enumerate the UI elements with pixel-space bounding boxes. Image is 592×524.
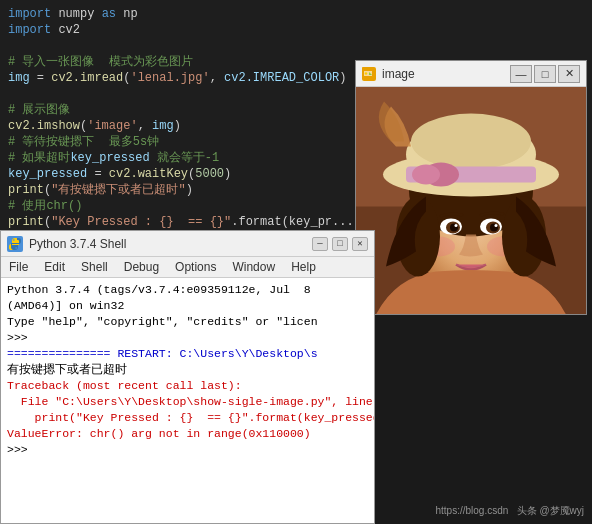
menu-shell[interactable]: Shell xyxy=(79,259,110,275)
image-title: image xyxy=(382,67,504,81)
shell-content[interactable]: Python 3.7.4 (tags/v3.7.4:e09359112e, Ju… xyxy=(1,278,374,523)
image-window-controls[interactable]: — □ ✕ xyxy=(510,65,580,83)
shell-maximize-button[interactable]: □ xyxy=(332,237,348,251)
watermark: https://blog.csdn 头条 @梦魇wyj xyxy=(435,504,584,518)
shell-line: Python 3.7.4 (tags/v3.7.4:e09359112e, Ju… xyxy=(7,282,368,298)
svg-point-23 xyxy=(495,224,498,227)
menu-options[interactable]: Options xyxy=(173,259,218,275)
shell-window[interactable]: Python 3.7.4 Shell — □ ✕ File Edit Shell… xyxy=(0,230,375,524)
shell-line: Type "help", "copyright", "credits" or "… xyxy=(7,314,368,330)
menu-window[interactable]: Window xyxy=(230,259,277,275)
shell-line: >>> xyxy=(7,330,368,346)
svg-point-12 xyxy=(411,114,531,170)
shell-line: ValueError: chr() arg not in range(0x110… xyxy=(7,426,368,442)
code-editor: import numpy as np import cv2 # 导入一张图像 模… xyxy=(0,0,592,524)
menu-debug[interactable]: Debug xyxy=(122,259,161,275)
image-content xyxy=(356,87,586,314)
menu-file[interactable]: File xyxy=(7,259,30,275)
menu-help[interactable]: Help xyxy=(289,259,318,275)
code-line: import cv2 xyxy=(8,22,584,38)
shell-line: File "C:\Users\Y\Desktop\show-sigle-imag… xyxy=(7,394,368,410)
shell-titlebar: Python 3.7.4 Shell — □ ✕ xyxy=(1,231,374,257)
shell-prompt: >>> xyxy=(7,442,368,458)
svg-point-15 xyxy=(412,165,440,185)
shell-separator: =============== RESTART: C:\Users\Y\Desk… xyxy=(7,346,368,362)
shell-window-controls[interactable]: — □ ✕ xyxy=(312,237,368,251)
shell-minimize-button[interactable]: — xyxy=(312,237,328,251)
code-line xyxy=(8,38,584,54)
shell-line: Traceback (most recent call last): xyxy=(7,378,368,394)
shell-title: Python 3.7.4 Shell xyxy=(29,237,306,251)
menu-edit[interactable]: Edit xyxy=(42,259,67,275)
maximize-button[interactable]: □ xyxy=(534,65,556,83)
shell-menubar: File Edit Shell Debug Options Window Hel… xyxy=(1,257,374,278)
code-line: import numpy as np xyxy=(8,6,584,22)
svg-point-2 xyxy=(365,72,367,74)
image-window-icon xyxy=(362,67,376,81)
shell-line: print("Key Pressed : {} == {}".format(ke… xyxy=(7,410,368,426)
close-button[interactable]: ✕ xyxy=(558,65,580,83)
image-titlebar: image — □ ✕ xyxy=(356,61,586,87)
image-window[interactable]: image — □ ✕ xyxy=(355,60,587,315)
shell-line: (AMD64)] on win32 xyxy=(7,298,368,314)
svg-point-22 xyxy=(455,224,458,227)
shell-close-button[interactable]: ✕ xyxy=(352,237,368,251)
minimize-button[interactable]: — xyxy=(510,65,532,83)
python-icon xyxy=(7,236,23,252)
shell-line: 有按键摁下或者已超时 xyxy=(7,362,368,378)
